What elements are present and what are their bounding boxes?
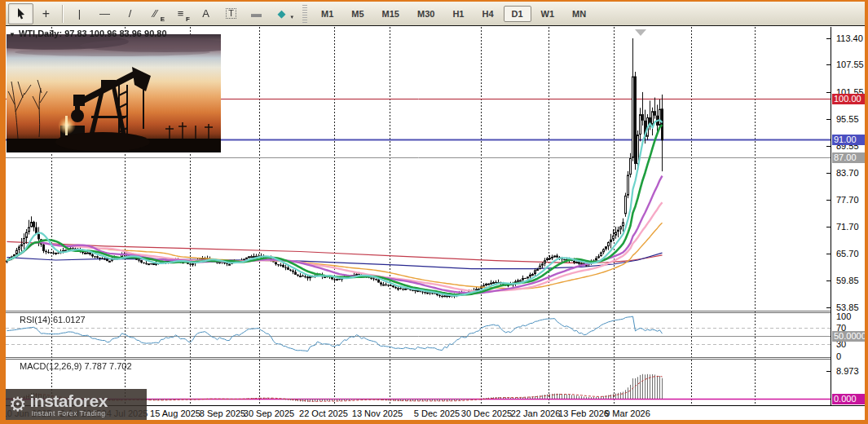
date-label: 13 Nov 2025 (352, 409, 403, 418)
window-border-bottom (0, 420, 868, 424)
tool-vertical-line-button[interactable]: | (67, 3, 92, 24)
timeframe-w1-button[interactable]: W1 (533, 6, 563, 22)
rsi-level-badge-50: 50.0000 (832, 331, 866, 342)
price-level-badge-91: 91.00 (832, 135, 866, 145)
tool-trendline-button[interactable]: / (117, 3, 143, 24)
symbol-dropdown-icon[interactable]: ▼ (9, 31, 15, 38)
fibonacci-retracement-icon: ≡ (178, 8, 184, 19)
price-tick-113.40: 113.40 (836, 33, 863, 43)
toolbar: +|—/∕∕E≡FAT▬◆▾M1M5M15M30H1H4D1W1MN (6, 2, 865, 26)
chart-title: ▼WTI,Daily: 97.83 100.96 83.96 90.80 (9, 29, 167, 38)
date-label: 8 Sep 2025 (200, 409, 245, 418)
tool-fibonacci-retracement-button[interactable]: ≡F (168, 3, 193, 24)
price-tick-77.70: 77.70 (836, 195, 859, 205)
crosshair-icon: + (42, 7, 50, 20)
chart-title-text: WTI,Daily: 97.83 100.96 83.96 90.80 (19, 29, 167, 38)
price-tick-59.85: 59.85 (836, 276, 859, 285)
date-label: 15 Aug 2025 (150, 409, 200, 418)
tool-text-button[interactable]: A (193, 3, 218, 24)
text-icon: A (202, 8, 209, 19)
trendline-icon: / (129, 8, 132, 19)
timeframe-m1-button[interactable]: M1 (313, 6, 341, 22)
cursor-icon (15, 7, 26, 20)
tool-crosshair-button[interactable]: + (33, 3, 59, 24)
window-border-top (0, 0, 868, 2)
date-label: 13 Feb 2026 (558, 409, 609, 418)
price-level-badge-87: 87.00 (832, 152, 866, 163)
macd-zero-badge: 0.000 (832, 394, 866, 404)
toolbar-grip[interactable] (302, 5, 307, 23)
timeframe-m15-button[interactable]: M15 (374, 6, 408, 22)
vertical-line-icon: | (78, 8, 81, 19)
tool-horizontal-line-button[interactable]: — (92, 3, 117, 24)
price-tick-83.70: 83.70 (836, 168, 859, 178)
macd-indicator-label: MACD(12,26,9) 7.787 7.702 (20, 361, 132, 371)
equidistant-channel-icon: ∕∕ (153, 8, 156, 19)
instaforex-wordmark: instaforex (30, 392, 108, 409)
oil-pump-photo (7, 34, 221, 152)
rsi-tick-0: 0 (836, 351, 841, 361)
fibonacci-retracement-letter: F (186, 15, 190, 23)
pumpjack-silhouette (7, 34, 221, 152)
text-label-icon: T (226, 8, 236, 19)
macd-tick-max: 8.973 (836, 366, 859, 376)
date-label: 30 Dec 2025 (461, 409, 512, 418)
instaforex-tagline: Instant Forex Trading (30, 410, 108, 417)
rsi-tick-100: 100 (836, 311, 851, 321)
date-label: 5 Dec 2025 (414, 409, 460, 418)
equidistant-channel-letter: E (161, 15, 165, 23)
tool-arrows-dropdown-button[interactable]: ◆▾ (269, 3, 294, 24)
horizontal-line-icon: — (99, 8, 110, 19)
price-axis: 113.40107.55101.5595.5589.5583.7077.7071… (832, 27, 865, 405)
price-level-badge-100: 100.00 (832, 94, 866, 104)
trading-terminal-window: +|—/∕∕E≡FAT▬◆▾M1M5M15M30H1H4D1W1MN ▼WTI,… (0, 0, 868, 424)
timeframe-d1-button[interactable]: D1 (504, 6, 531, 22)
toolbar-separator (62, 5, 64, 23)
tool-equidistant-channel-button[interactable]: ∕∕E (143, 3, 168, 24)
timeframe-mn-button[interactable]: MN (564, 6, 594, 22)
instaforex-gear-icon: ⚙ (9, 395, 27, 414)
arrows-dropdown-icon: ◆ (278, 8, 286, 19)
price-tick-95.55: 95.55 (836, 114, 859, 124)
window-border-right (865, 0, 868, 424)
tool-text-label-button[interactable]: T (218, 3, 244, 24)
instaforex-watermark: ⚙ instaforex Instant Forex Trading (4, 389, 147, 420)
date-label: 22 Jan 2026 (511, 409, 561, 418)
rectangle-icon: ▬ (251, 8, 262, 19)
tool-cursor-button[interactable] (8, 3, 33, 24)
dropdown-caret-icon: ▾ (290, 14, 293, 20)
price-tick-71.70: 71.70 (836, 222, 859, 232)
rsi-indicator-label: RSI(14) 61.0127 (20, 315, 86, 325)
date-label: 22 Oct 2025 (299, 409, 348, 418)
window-border-left (0, 0, 6, 424)
date-label: 30 Sep 2025 (244, 409, 294, 418)
date-label: 9 Mar 2026 (605, 409, 650, 418)
timeframe-h1-button[interactable]: H1 (444, 6, 472, 22)
timeframe-h4-button[interactable]: H4 (474, 6, 501, 22)
timeframe-m30-button[interactable]: M30 (409, 6, 443, 22)
timeframe-m5-button[interactable]: M5 (343, 6, 372, 22)
price-tick-107.55: 107.55 (836, 60, 864, 69)
price-tick-65.70: 65.70 (836, 249, 859, 258)
tool-rectangle-button[interactable]: ▬ (244, 3, 269, 24)
